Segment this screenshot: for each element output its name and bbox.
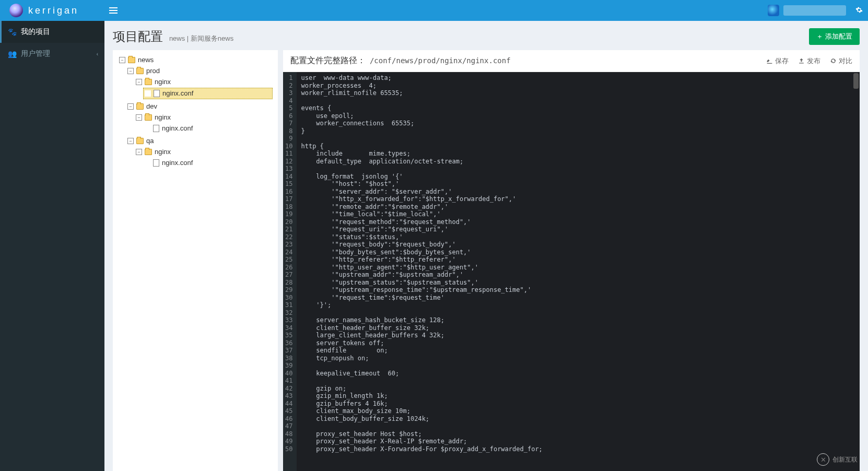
code-line[interactable]: '"http_x_forwarded_for":"$http_x_forward… xyxy=(301,195,860,203)
code-line[interactable]: '"request_time":$request_time' xyxy=(301,294,860,302)
line-number: 2 xyxy=(285,82,292,90)
code-line[interactable]: gzip on; xyxy=(301,385,860,393)
tree-folder[interactable]: −nginx xyxy=(135,147,273,157)
line-number: 21 xyxy=(285,226,292,233)
code-line[interactable]: tcp_nopush on; xyxy=(301,355,860,362)
code-line[interactable] xyxy=(301,362,860,370)
code-line[interactable]: user www-data www-data; xyxy=(301,74,860,82)
code-line[interactable]: proxy_set_header X-Real-IP $remote_addr; xyxy=(301,438,860,445)
code-line[interactable]: '"body_bytes_sent":$body_bytes_sent,' xyxy=(301,249,860,256)
tree-folder[interactable]: −prod xyxy=(126,66,273,76)
toggle-sidebar-button[interactable] xyxy=(104,0,122,21)
tree-file[interactable]: nginx.conf xyxy=(143,123,273,134)
code-line[interactable]: server_tokens off; xyxy=(301,339,860,347)
line-number: 3 xyxy=(285,89,292,97)
line-number: 50 xyxy=(285,445,292,453)
folder-open-icon xyxy=(136,103,144,110)
code-line[interactable] xyxy=(301,135,860,143)
tree-toggle-icon[interactable]: − xyxy=(136,79,142,85)
code-line[interactable]: worker_processes 4; xyxy=(301,82,860,90)
code-line[interactable]: '"status":$status,' xyxy=(301,233,860,241)
code-line[interactable]: '"server_addr": "$server_addr",' xyxy=(301,188,860,196)
file-icon xyxy=(153,125,159,132)
paw-icon: 🐾 xyxy=(8,28,17,36)
code-line[interactable]: '"upstream_addr":"$upstream_addr",' xyxy=(301,271,860,279)
code-line[interactable]: worker_rlimit_nofile 65535; xyxy=(301,89,860,97)
code-lines[interactable]: user www-data www-data;worker_processes … xyxy=(297,72,860,471)
code-line[interactable]: sendfile on; xyxy=(301,347,860,355)
code-line[interactable]: '"host": "$host",' xyxy=(301,180,860,188)
code-line[interactable]: client_max_body_size 10m; xyxy=(301,407,860,415)
code-line[interactable] xyxy=(301,165,860,173)
sidebar-item-users[interactable]: 👥 用户管理 ‹ xyxy=(0,43,104,65)
sidebar-item-projects[interactable]: 🐾 我的项目 xyxy=(0,21,104,43)
code-line[interactable]: client_header_buffer_size 32k; xyxy=(301,324,860,332)
code-line[interactable]: proxy_set_header X-Forwarded-For $proxy_… xyxy=(301,445,860,453)
line-number: 44 xyxy=(285,400,292,408)
tree-toggle-icon[interactable]: − xyxy=(136,149,142,155)
code-line[interactable]: default_type application/octet-stream; xyxy=(301,158,860,166)
line-number: 6 xyxy=(285,112,292,120)
tree-folder[interactable]: −news xyxy=(118,55,273,65)
code-line[interactable]: client_body_buffer_size 1024k; xyxy=(301,415,860,423)
code-line[interactable]: server_names_hash_bucket_size 128; xyxy=(301,316,860,324)
user-menu[interactable] xyxy=(783,5,846,16)
tree-folder[interactable]: −qa xyxy=(126,136,273,146)
code-editor[interactable]: 1234567891011121314151617181920212223242… xyxy=(283,72,860,471)
svg-rect-2 xyxy=(109,13,118,14)
code-line[interactable]: include mime.types; xyxy=(301,150,860,158)
code-line[interactable]: worker_connections 65535; xyxy=(301,120,860,127)
code-line[interactable]: large_client_header_buffers 4 32k; xyxy=(301,332,860,339)
code-line[interactable]: gzip_min_length 1k; xyxy=(301,392,860,400)
code-line[interactable]: '}'; xyxy=(301,301,860,309)
scrollbar-thumb[interactable] xyxy=(853,73,859,89)
publish-button[interactable]: 发布 xyxy=(798,56,820,66)
folder-open-icon xyxy=(145,79,152,85)
code-line[interactable]: '"request_body":"$request_body",' xyxy=(301,241,860,249)
diff-button[interactable]: 对比 xyxy=(830,56,852,66)
tree-toggle-icon[interactable]: − xyxy=(127,68,134,74)
tree-folder[interactable]: −nginx xyxy=(135,112,273,123)
settings-button[interactable] xyxy=(855,6,863,15)
code-line[interactable]: http { xyxy=(301,143,860,150)
path-display: 配置文件完整路径： /conf/news/prod/nginx/nginx.co… xyxy=(290,55,511,66)
code-line[interactable]: '"request_method":"$request_method",' xyxy=(301,218,860,226)
code-line[interactable] xyxy=(301,422,860,430)
save-label: 保存 xyxy=(775,56,789,66)
code-line[interactable]: '"http_referer":"$http_referer",' xyxy=(301,256,860,264)
tree-toggle-icon[interactable]: − xyxy=(127,103,134,110)
code-line[interactable] xyxy=(301,309,860,317)
code-line[interactable]: '"remote_addr":"$remote_addr",' xyxy=(301,203,860,211)
code-line[interactable]: '"upstream_response_time":"$upstream_res… xyxy=(301,286,860,294)
code-line[interactable] xyxy=(301,377,860,385)
code-line[interactable]: '"request_uri":"$request_uri",' xyxy=(301,226,860,233)
code-line[interactable]: '"http_user_agent":"$http_user_agent",' xyxy=(301,264,860,272)
tree-folder[interactable]: −nginx xyxy=(135,77,273,87)
save-button[interactable]: 保存 xyxy=(766,56,789,66)
upload-icon xyxy=(798,57,805,64)
brand[interactable]: kerrigan xyxy=(0,0,104,21)
code-line[interactable]: use epoll; xyxy=(301,112,860,120)
code-line[interactable]: events { xyxy=(301,104,860,112)
app-badge-icon[interactable] xyxy=(768,5,779,16)
code-line[interactable]: gzip_buffers 4 16k; xyxy=(301,400,860,408)
tree-toggle-icon[interactable]: − xyxy=(127,138,134,144)
code-line[interactable]: '"time_local":"$time_local",' xyxy=(301,210,860,218)
add-config-button[interactable]: ＋ 添加配置 xyxy=(809,28,860,45)
code-line[interactable]: '"upstream_status":"$upstream_status",' xyxy=(301,279,860,287)
brand-text: kerrigan xyxy=(28,5,79,16)
code-line[interactable]: proxy_set_header Host $host; xyxy=(301,430,860,438)
line-number: 32 xyxy=(285,309,292,317)
watermark-text: 创新互联 xyxy=(832,455,858,464)
code-line[interactable]: log_format jsonlog '{' xyxy=(301,173,860,181)
line-number: 13 xyxy=(285,165,292,173)
tree-toggle-icon[interactable]: − xyxy=(136,114,142,121)
tree-node-label: nginx xyxy=(155,113,171,122)
tree-file[interactable]: nginx.conf xyxy=(143,158,273,168)
code-line[interactable]: keepalive_timeout 60; xyxy=(301,370,860,378)
code-line[interactable]: } xyxy=(301,127,860,135)
code-line[interactable] xyxy=(301,97,860,105)
tree-file[interactable]: nginx.conf xyxy=(143,88,273,99)
tree-toggle-icon[interactable]: − xyxy=(119,57,125,63)
tree-folder[interactable]: −dev xyxy=(126,101,273,112)
